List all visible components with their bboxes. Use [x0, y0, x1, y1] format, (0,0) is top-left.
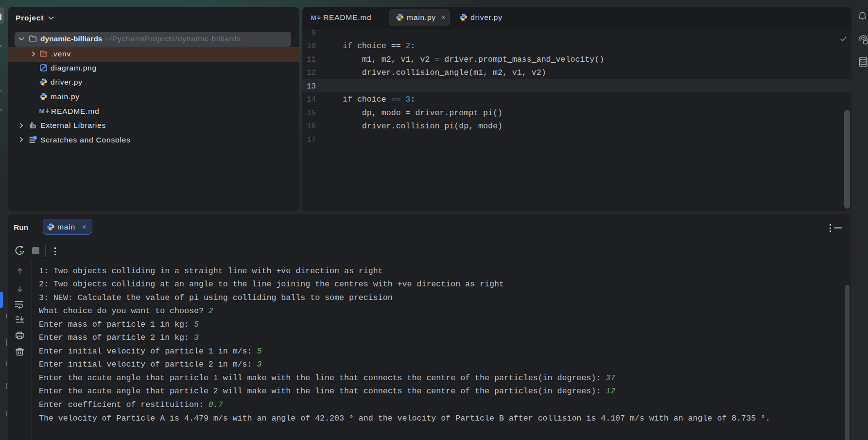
- svg-text:M: M: [39, 107, 45, 115]
- svg-text:M: M: [311, 14, 317, 21]
